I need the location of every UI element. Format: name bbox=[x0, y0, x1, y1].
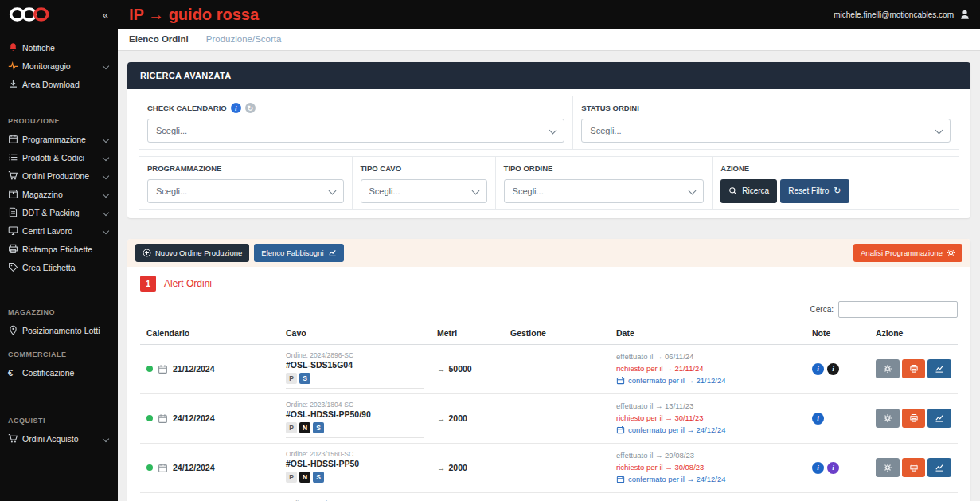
arrow-right-icon: → bbox=[437, 364, 446, 374]
note-info-icon[interactable]: i bbox=[827, 363, 839, 375]
chevron-down-icon bbox=[103, 190, 109, 197]
tab-elenco-ordini[interactable]: Elenco Ordini bbox=[129, 34, 189, 44]
order-row: 24/12/2024 Ordine: 2023/1560-SC #OSL-HDS… bbox=[140, 443, 958, 492]
orders-panel: Nuovo Ordine Produzione Elenco Fabbisogn… bbox=[127, 239, 970, 501]
euro-icon: € bbox=[8, 368, 22, 378]
sidebar-item-monitoraggio[interactable]: Monitoraggio bbox=[0, 57, 118, 75]
sidebar-item-ordini-produzione[interactable]: Ordini Produzione bbox=[0, 166, 118, 185]
sidebar-item-programmazione[interactable]: Programmazione bbox=[0, 130, 118, 148]
note-info-icon[interactable]: i bbox=[812, 363, 824, 375]
tag-icon bbox=[8, 262, 22, 272]
printer-icon bbox=[8, 244, 22, 254]
cart-icon bbox=[8, 433, 22, 444]
orders-table: Calendario Cavo Metri Gestione Date Note… bbox=[140, 322, 958, 501]
status-green-dot bbox=[146, 464, 153, 471]
sidebar-item-posizionamento-lotti[interactable]: Posizionamento Lotti bbox=[0, 321, 118, 339]
refresh-icon[interactable]: ↻ bbox=[245, 103, 256, 113]
print-button[interactable] bbox=[902, 359, 926, 378]
orders-toolbar: Nuovo Ordine Produzione Elenco Fabbisogn… bbox=[127, 239, 970, 267]
chart-button[interactable] bbox=[927, 359, 951, 378]
sidebar-item-label: Ordini Produzione bbox=[22, 171, 103, 181]
note-info-icon[interactable]: i bbox=[812, 462, 824, 474]
calendar-icon bbox=[8, 134, 22, 144]
gestione-cell bbox=[504, 393, 610, 443]
collapse-sidebar-icon[interactable]: « bbox=[103, 9, 108, 21]
gear-icon bbox=[947, 249, 955, 257]
sidebar-item-centri-lavoro[interactable]: Centri Lavoro bbox=[0, 221, 118, 240]
arrow-right-icon: → bbox=[437, 413, 446, 423]
sidebar-section-commerciale: COMMERCIALE bbox=[8, 350, 110, 358]
tipo-cavo-select[interactable]: Scegli... bbox=[361, 179, 487, 203]
calendar-icon bbox=[616, 425, 625, 434]
azione-label: AZIONE bbox=[720, 163, 951, 174]
analisi-programmazione-button[interactable]: Analisi Programmazione bbox=[853, 244, 962, 262]
download-icon bbox=[8, 79, 22, 89]
settings-button[interactable] bbox=[876, 359, 900, 378]
alert-ordini: 1 Alert Ordini bbox=[127, 267, 970, 292]
sidebar-item-ristampa-etichette[interactable]: Ristampa Etichette bbox=[0, 240, 118, 258]
cart-icon bbox=[8, 170, 22, 181]
sidebar-item-notifiche[interactable]: Notifiche bbox=[0, 38, 118, 57]
sidebar-item-prodotti-codici[interactable]: Prodotti & Codici bbox=[0, 148, 118, 166]
document-icon bbox=[8, 207, 22, 217]
sidebar-item-label: Costificazione bbox=[22, 368, 110, 378]
status-green-dot bbox=[146, 415, 153, 421]
sidebar-item-magazzino[interactable]: Magazzino bbox=[0, 185, 118, 203]
gestione-cell bbox=[504, 492, 610, 501]
check-calendario-select[interactable]: Scegli... bbox=[147, 119, 564, 143]
user-email: michele.finelli@motioncables.com bbox=[834, 10, 954, 19]
sidebar-item-costificazione[interactable]: € Costificazione bbox=[0, 363, 118, 382]
arrow-right-icon: → bbox=[437, 463, 446, 472]
filter-row-2: PROGRAMMAZIONE Scegli... TIPO CAVO bbox=[139, 156, 959, 210]
sidebar-section-acquisti: ACQUISTI bbox=[8, 417, 110, 425]
print-button[interactable] bbox=[902, 409, 926, 428]
settings-button[interactable] bbox=[876, 409, 900, 428]
metri-value: → 50000 bbox=[437, 364, 498, 374]
col-gestione: Gestione bbox=[504, 322, 610, 345]
tipo-cavo-select-wrap: Scegli... bbox=[361, 179, 487, 203]
monitor-icon bbox=[8, 225, 22, 236]
check-calendario-select-wrap: Scegli... bbox=[147, 119, 564, 143]
settings-button[interactable] bbox=[876, 458, 900, 477]
cerca-input[interactable] bbox=[838, 301, 958, 318]
reset-filtro-button[interactable]: Reset Filtro ↻ bbox=[780, 179, 849, 203]
print-button[interactable] bbox=[902, 458, 926, 477]
tipo-ordine-select[interactable]: Scegli... bbox=[504, 179, 705, 203]
calendar-icon bbox=[158, 364, 168, 374]
sidebar-item-ddt-packing[interactable]: DDT & Packing bbox=[0, 203, 118, 221]
field-label: CHECK CALENDARIO bbox=[147, 104, 227, 112]
badge-p: P bbox=[286, 472, 297, 483]
chevron-down-icon bbox=[103, 435, 109, 441]
tab-produzione-scorta[interactable]: Produzione/Scorta bbox=[206, 34, 282, 44]
nuovo-ordine-produzione-button[interactable]: Nuovo Ordine Produzione bbox=[135, 244, 249, 262]
order-row: 24/12/2024 Ordine: 2023/1804-SC #OSL-HDS… bbox=[140, 393, 958, 443]
info-icon[interactable]: i bbox=[231, 103, 241, 113]
chart-button[interactable] bbox=[927, 409, 951, 428]
badge-p: P bbox=[286, 422, 297, 433]
sidebar-item-ordini-acquisto[interactable]: Ordini Acquisto bbox=[0, 429, 118, 448]
table-header-row: Calendario Cavo Metri Gestione Date Note… bbox=[140, 322, 958, 345]
sidebar-item-label: Monitoraggio bbox=[22, 61, 103, 71]
header-user[interactable]: michele.finelli@motioncables.com bbox=[834, 9, 980, 20]
status-ordini-select[interactable]: Scegli... bbox=[581, 119, 951, 143]
programmazione-select-wrap: Scegli... bbox=[147, 179, 344, 203]
user-icon[interactable] bbox=[959, 9, 970, 20]
sidebar-item-label: Notifiche bbox=[22, 43, 110, 53]
cavo-cell: Ordine: 2024/2703-SC #OSL-021BCMRLP P S bbox=[286, 498, 424, 501]
note-info-icon[interactable]: i bbox=[812, 413, 824, 425]
sidebar-item-crea-etichetta[interactable]: Crea Etichetta bbox=[0, 258, 118, 276]
note-info-icon[interactable]: i bbox=[827, 462, 839, 474]
programmazione-label: PROGRAMMAZIONE bbox=[147, 163, 344, 174]
ricerca-button[interactable]: Ricerca bbox=[720, 179, 777, 203]
sidebar-item-area-download[interactable]: Area Download bbox=[0, 75, 118, 93]
alert-label: Alert Ordini bbox=[164, 278, 212, 289]
app-header: « IP → guido rossa michele.finelli@motio… bbox=[0, 0, 980, 29]
ordine-ref: Ordine: 2023/1560-SC bbox=[286, 450, 424, 458]
chart-button[interactable] bbox=[927, 458, 951, 477]
date-richiesto: richiesto per il → 30/11/23 bbox=[616, 413, 799, 425]
calendar-icon bbox=[158, 413, 168, 424]
programmazione-select[interactable]: Scegli... bbox=[147, 179, 344, 203]
calendario-date: 24/12/2024 bbox=[173, 463, 215, 472]
gestione-cell bbox=[504, 344, 610, 393]
elenco-fabbisogni-button[interactable]: Elenco Fabbisogni bbox=[254, 244, 343, 262]
